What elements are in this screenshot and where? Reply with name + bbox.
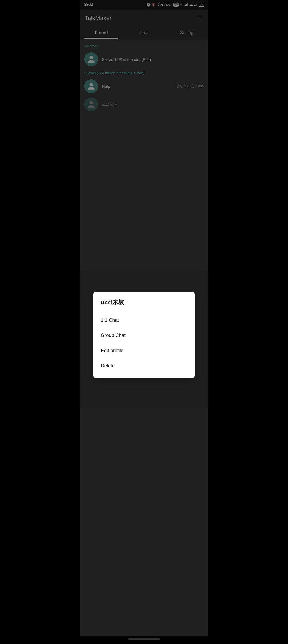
context-item-one-on-one-chat[interactable]: 1:1 Chat xyxy=(101,313,187,328)
context-menu-title: uzzf东坡 xyxy=(101,298,187,306)
context-menu: uzzf东坡 1:1 Chat Group Chat Edit profile … xyxy=(93,292,195,378)
context-item-edit-profile[interactable]: Edit profile xyxy=(101,343,187,358)
context-item-group-chat[interactable]: Group Chat xyxy=(101,328,187,343)
context-item-delete[interactable]: Delete xyxy=(101,358,187,374)
